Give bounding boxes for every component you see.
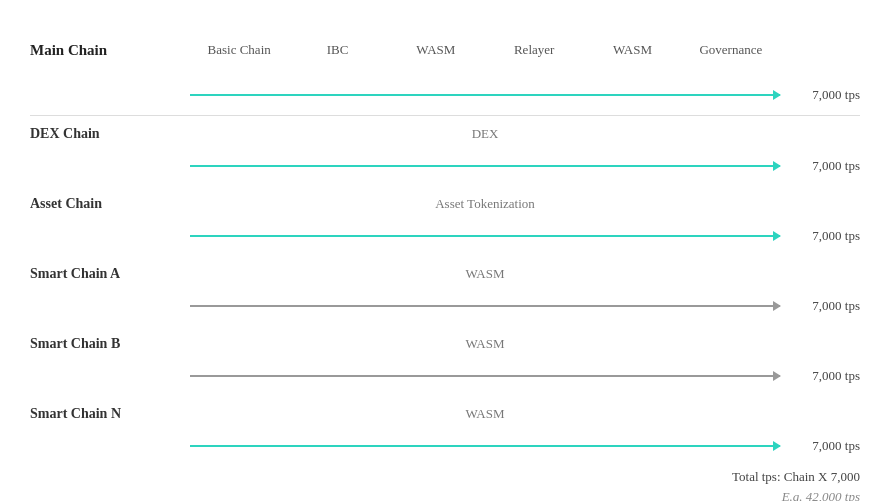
example-row: E.g. 42,000 tps	[30, 489, 860, 501]
total-row: Total tps: Chain X 7,000	[30, 469, 860, 485]
chain-name-0: DEX Chain	[30, 126, 190, 142]
chain-name-4: Smart Chain N	[30, 406, 190, 422]
main-chain-arrow-container	[190, 94, 780, 96]
arrow-2	[190, 305, 780, 307]
chain-name-2: Smart Chain A	[30, 266, 190, 282]
chain-tps-0: 7,000 tps	[780, 158, 860, 174]
chain-label-row-1: Asset ChainAsset Tokenization	[30, 186, 860, 221]
chain-arrow-row-3: 7,000 tps	[30, 361, 860, 391]
chain-label-row-4: Smart Chain NWASM	[30, 396, 860, 431]
arrow-container-1	[190, 235, 780, 237]
main-chain-tps: 7,000 tps	[780, 87, 860, 103]
chain-feature-3: WASM	[190, 336, 780, 352]
chain-section-2: Smart Chain AWASM7,000 tps	[30, 256, 860, 321]
total-tps-label: Total tps: Chain X 7,000	[732, 469, 860, 485]
header-main-chain: Main Chain	[30, 41, 190, 59]
chain-feature-0: DEX	[190, 126, 780, 142]
chain-section-1: Asset ChainAsset Tokenization7,000 tps	[30, 186, 860, 251]
header-wasm1: WASM	[387, 42, 485, 58]
arrow-container-0	[190, 165, 780, 167]
chain-section-0: DEX ChainDEX7,000 tps	[30, 116, 860, 181]
chain-arrow-row-0: 7,000 tps	[30, 151, 860, 181]
header-ibc: IBC	[288, 42, 386, 58]
chain-label-row-0: DEX ChainDEX	[30, 116, 860, 151]
header-wasm2: WASM	[583, 42, 681, 58]
arrow-4	[190, 445, 780, 447]
chain-feature-4: WASM	[190, 406, 780, 422]
chain-arrow-row-4: 7,000 tps	[30, 431, 860, 461]
chain-name-1: Asset Chain	[30, 196, 190, 212]
chain-label-row-3: Smart Chain BWASM	[30, 326, 860, 361]
chains-container: DEX ChainDEX7,000 tpsAsset ChainAsset To…	[30, 116, 860, 461]
header-row: Main Chain Basic Chain IBC WASM Relayer …	[30, 20, 860, 80]
chain-arrow-row-2: 7,000 tps	[30, 291, 860, 321]
arrow-3	[190, 375, 780, 377]
arrow-container-3	[190, 375, 780, 377]
header-governance: Governance	[682, 42, 780, 58]
chain-feature-1: Asset Tokenization	[190, 196, 780, 212]
chain-tps-3: 7,000 tps	[780, 368, 860, 384]
chain-arrow-row-1: 7,000 tps	[30, 221, 860, 251]
arrow-1	[190, 235, 780, 237]
main-chain-arrow	[190, 94, 780, 96]
chain-section-4: Smart Chain NWASM7,000 tps	[30, 396, 860, 461]
chain-tps-2: 7,000 tps	[780, 298, 860, 314]
header-basic-chain: Basic Chain	[190, 42, 288, 58]
chain-label-row-2: Smart Chain AWASM	[30, 256, 860, 291]
header-relayer: Relayer	[485, 42, 583, 58]
diagram-container: Main Chain Basic Chain IBC WASM Relayer …	[0, 0, 890, 501]
main-chain-label: Main Chain	[30, 42, 107, 58]
chain-tps-1: 7,000 tps	[780, 228, 860, 244]
arrow-container-4	[190, 445, 780, 447]
arrow-0	[190, 165, 780, 167]
chain-name-3: Smart Chain B	[30, 336, 190, 352]
chain-section-3: Smart Chain BWASM7,000 tps	[30, 326, 860, 391]
example-tps-label: E.g. 42,000 tps	[782, 489, 860, 501]
arrow-container-2	[190, 305, 780, 307]
chain-tps-4: 7,000 tps	[780, 438, 860, 454]
chain-feature-2: WASM	[190, 266, 780, 282]
main-chain-arrow-row: 7,000 tps	[30, 80, 860, 110]
